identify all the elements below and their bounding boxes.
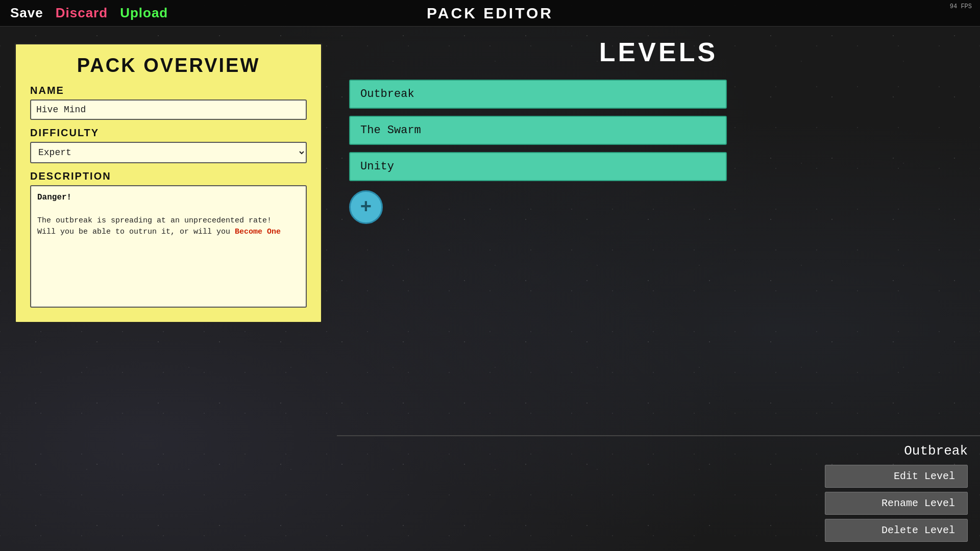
rename-level-button[interactable]: Rename Level [825,492,968,515]
difficulty-label: DIFFICULTY [30,127,307,139]
right-panel: LEVELS Outbreak The Swarm Unity + Outbre… [337,27,980,551]
top-bar-left: Save Discard Upload [10,5,168,21]
levels-list: Outbreak The Swarm Unity [349,80,968,181]
context-level-name: Outbreak [349,443,968,459]
left-panel: PACK OVERVIEW NAME DIFFICULTY EasyNormal… [0,27,337,551]
main-area: PACK OVERVIEW NAME DIFFICULTY EasyNormal… [0,27,980,551]
levels-title: LEVELS [349,37,968,67]
context-buttons: Edit Level Rename Level Delete Level [349,465,968,542]
pack-overview-title: PACK OVERVIEW [30,55,307,77]
pack-overview-card: PACK OVERVIEW NAME DIFFICULTY EasyNormal… [14,43,323,323]
description-label: DESCRIPTION [30,170,307,182]
level-context-area: Outbreak Edit Level Rename Level Delete … [337,435,980,551]
add-level-button[interactable]: + [349,190,383,224]
fps-counter: 94 FPS [950,3,972,10]
edit-level-button[interactable]: Edit Level [825,465,968,488]
level-item-outbreak[interactable]: Outbreak [349,80,727,109]
desc-line2-link[interactable]: Become One [235,228,281,236]
upload-button[interactable]: Upload [120,5,168,21]
name-label: NAME [30,85,307,96]
delete-level-button[interactable]: Delete Level [825,519,968,542]
top-bar: Save Discard Upload PACK EDITOR 94 FPS [0,0,980,27]
page-title: PACK EDITOR [427,5,553,22]
difficulty-select[interactable]: EasyNormalHardExpertMaster [30,142,307,163]
desc-line1: The outbreak is spreading at an unpreced… [37,216,272,225]
level-item-unity[interactable]: Unity [349,152,727,181]
desc-danger-text: Danger! [37,191,300,204]
save-button[interactable]: Save [10,5,43,21]
description-field[interactable]: Danger! The outbreak is spreading at an … [30,185,307,308]
desc-line2-prefix: Will you be able to outrun it, or will y… [37,228,235,236]
discard-button[interactable]: Discard [56,5,108,21]
name-input[interactable] [30,99,307,120]
level-item-the-swarm[interactable]: The Swarm [349,116,727,145]
